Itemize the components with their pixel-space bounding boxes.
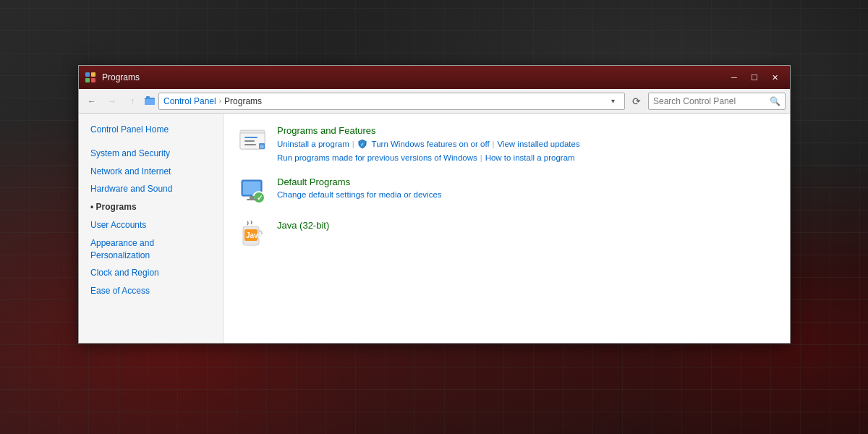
- path-separator-1: ›: [219, 97, 221, 105]
- svg-rect-11: [244, 144, 256, 145]
- search-icon[interactable]: 🔍: [770, 96, 780, 106]
- svg-rect-20: [247, 199, 257, 200]
- java-icon: Java: [238, 220, 267, 249]
- path-part-programs: Programs: [224, 96, 262, 106]
- sidebar-item-clock-region[interactable]: Clock and Region: [79, 264, 223, 282]
- search-box: 🔍: [648, 93, 786, 110]
- address-path[interactable]: Control Panel › Programs ▾: [158, 93, 625, 110]
- view-installed-updates-link[interactable]: View installed updates: [497, 140, 579, 148]
- change-defaults-link[interactable]: Change default settings for media or dev…: [277, 190, 442, 199]
- svg-rect-5: [145, 99, 155, 105]
- svg-rect-10: [244, 140, 255, 142]
- address-bar: ← → ↑ Control Panel › Programs ▾ ⟳ 🔍: [79, 89, 790, 114]
- refresh-button[interactable]: ⟳: [628, 93, 645, 110]
- search-input[interactable]: [653, 96, 770, 106]
- java-section: Java Java (32-bit): [238, 220, 775, 249]
- svg-rect-6: [146, 96, 150, 98]
- close-button[interactable]: ✕: [765, 70, 784, 85]
- svg-rect-3: [91, 78, 95, 82]
- sidebar-item-appearance[interactable]: Appearance andPersonalization: [79, 234, 223, 265]
- separator-3: |: [480, 153, 482, 162]
- svg-rect-19: [250, 196, 254, 199]
- svg-rect-1: [91, 72, 95, 77]
- java-content: Java (32-bit): [277, 220, 775, 234]
- svg-text:⊟: ⊟: [260, 144, 264, 149]
- sidebar-item-system-security[interactable]: System and Security: [79, 145, 223, 163]
- java-title[interactable]: Java (32-bit): [277, 220, 775, 231]
- sidebar-item-ease-access[interactable]: Ease of Access: [79, 282, 223, 300]
- title-bar: Programs ─ ☐ ✕: [79, 66, 790, 89]
- sidebar-item-network-internet[interactable]: Network and Internet: [79, 163, 223, 181]
- sidebar-item-programs: Programs: [79, 198, 223, 216]
- svg-text:✓: ✓: [257, 194, 263, 202]
- sidebar-item-user-accounts[interactable]: User Accounts: [79, 216, 223, 234]
- uninstall-program-link[interactable]: Uninstall a program: [277, 140, 349, 148]
- window-icon: [85, 72, 96, 83]
- up-button[interactable]: ↑: [124, 93, 141, 110]
- default-programs-section: ✓ Default Programs Change default settin…: [238, 176, 775, 205]
- how-install-link[interactable]: How to install a program: [485, 153, 575, 162]
- programs-features-title[interactable]: Programs and Features: [277, 125, 775, 136]
- minimize-button[interactable]: ─: [725, 70, 744, 85]
- separator-2: |: [493, 140, 495, 148]
- shield-icon: ✓: [357, 139, 367, 149]
- programs-features-links: Uninstall a program | ✓ Turn Windows fea…: [277, 139, 775, 162]
- maximize-button[interactable]: ☐: [745, 70, 764, 85]
- programs-features-icon: ⊟: [238, 125, 267, 154]
- default-programs-content: Default Programs Change default settings…: [277, 176, 775, 199]
- svg-text:Java: Java: [246, 231, 263, 239]
- path-icon: [144, 95, 156, 107]
- window-title: Programs: [102, 72, 725, 82]
- path-dropdown-button[interactable]: ▾: [605, 93, 620, 110]
- back-button[interactable]: ←: [83, 93, 101, 110]
- svg-rect-2: [85, 78, 90, 82]
- sidebar: Control Panel Home System and Security N…: [79, 114, 224, 343]
- sidebar-item-hardware-sound[interactable]: Hardware and Sound: [79, 180, 223, 198]
- default-programs-icon: ✓: [238, 176, 267, 205]
- svg-rect-9: [244, 137, 258, 138]
- path-part-control-panel[interactable]: Control Panel: [163, 96, 216, 106]
- main-panel: ⊟ Programs and Features Uninstall a prog…: [224, 114, 790, 343]
- default-programs-title[interactable]: Default Programs: [277, 176, 775, 187]
- content-area: Control Panel Home System and Security N…: [79, 114, 790, 343]
- separator-1: |: [352, 140, 354, 148]
- default-programs-links: Change default settings for media or dev…: [277, 190, 775, 199]
- window-controls: ─ ☐ ✕: [725, 70, 784, 85]
- sidebar-item-control-panel-home[interactable]: Control Panel Home: [79, 121, 223, 139]
- svg-text:✓: ✓: [360, 142, 364, 147]
- svg-rect-0: [85, 72, 90, 77]
- windows-features-link[interactable]: Turn Windows features on or off: [372, 140, 490, 148]
- programs-features-content: Programs and Features Uninstall a progra…: [277, 125, 775, 162]
- main-window: Programs ─ ☐ ✕ ← → ↑ Control Panel › Pro…: [78, 65, 791, 344]
- programs-features-section: ⊟ Programs and Features Uninstall a prog…: [238, 125, 775, 162]
- forward-button[interactable]: →: [103, 93, 121, 110]
- run-previous-versions-link[interactable]: Run programs made for previous versions …: [277, 153, 477, 162]
